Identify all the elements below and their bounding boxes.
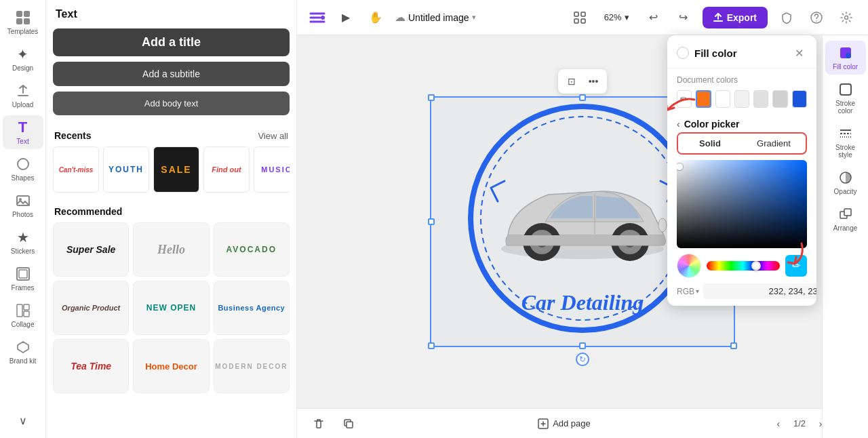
hue-thumb[interactable] xyxy=(751,261,761,271)
color-picker-label: Color picker xyxy=(684,119,740,130)
view-all-button[interactable]: View all xyxy=(258,131,288,141)
add-page-button[interactable]: Add page xyxy=(532,416,596,432)
svg-point-19 xyxy=(845,16,848,19)
shapes-label: Shapes xyxy=(12,174,35,182)
color-swatch-2[interactable] xyxy=(734,90,749,108)
rgb-chevron-icon: ▾ xyxy=(696,287,699,295)
recent-item-4[interactable]: MUSIC xyxy=(254,146,290,193)
add-title-button[interactable]: Add a title xyxy=(53,28,290,56)
color-swatch-0[interactable] xyxy=(696,90,711,108)
fill-color-title: Fill color xyxy=(694,47,737,59)
sidebar-item-photos[interactable]: Photos xyxy=(3,188,43,222)
svg-rect-2 xyxy=(16,18,22,24)
sidebar-item-shapes[interactable]: Shapes xyxy=(3,152,43,186)
export-label: Export xyxy=(727,12,757,23)
design-label: Design xyxy=(12,64,33,72)
hue-slider[interactable] xyxy=(707,261,780,271)
frames-label: Frames xyxy=(12,284,35,292)
svg-rect-9 xyxy=(17,304,22,317)
right-item-stroke-style[interactable]: Stroke style xyxy=(825,121,866,163)
sidebar-item-text[interactable]: T Text xyxy=(3,115,43,149)
rec-item-2[interactable]: AVOCADO xyxy=(214,222,290,277)
play-button[interactable]: ▶ xyxy=(335,7,357,28)
canvas-element-toolbar: ⊡ ••• xyxy=(558,69,607,94)
sidebar-item-frames[interactable]: Frames xyxy=(3,262,43,296)
solid-tab[interactable]: Solid xyxy=(678,134,742,153)
recent-item-0[interactable]: Can't-miss xyxy=(53,146,99,193)
text-panel-title: Text xyxy=(53,8,290,20)
color-swatch-5[interactable] xyxy=(792,90,807,108)
back-to-colors-button[interactable]: ‹ Color picker xyxy=(677,113,807,132)
right-item-arrange[interactable]: Arrange xyxy=(825,202,866,236)
right-item-stroke-color[interactable]: Stroke color xyxy=(825,77,866,119)
delete-button[interactable] xyxy=(308,416,330,432)
rgb-row: RGB ▾ xyxy=(677,283,807,299)
add-subtitle-button[interactable]: Add a subtitle xyxy=(53,62,290,86)
recent-item-2[interactable]: SALE xyxy=(153,146,199,193)
sidebar-item-brand[interactable]: Brand kit xyxy=(3,335,43,369)
fill-color-right-label: Fill color xyxy=(833,63,858,71)
eyedropper-color-button[interactable]: ✏ xyxy=(785,255,807,277)
rec-item-4[interactable]: NEW OPEN xyxy=(133,281,209,335)
recents-section-title: Recents xyxy=(54,130,91,141)
zoom-chevron-icon: ▾ xyxy=(625,12,629,22)
copy-button[interactable] xyxy=(338,416,359,432)
eyedropper-button[interactable]: ✏ xyxy=(677,90,692,108)
redo-button[interactable]: ↪ xyxy=(673,7,694,28)
canvas-table-icon[interactable]: ⊡ xyxy=(562,72,581,91)
prev-page-button[interactable]: ‹ xyxy=(769,414,788,433)
collage-label: Collage xyxy=(12,321,35,328)
shapes-icon xyxy=(15,156,31,172)
export-button[interactable]: Export xyxy=(703,7,768,28)
recent-item-3[interactable]: Find out xyxy=(203,146,250,193)
sidebar-item-stickers[interactable]: ★ Stickers xyxy=(3,225,43,259)
add-body-button[interactable]: Add body text xyxy=(53,92,290,115)
rec-item-6[interactable]: Tea Time xyxy=(53,339,129,393)
sidebar-item-templates[interactable]: Templates xyxy=(3,5,43,39)
rotate-handle[interactable]: ↻ xyxy=(576,353,589,366)
color-swatch-1[interactable] xyxy=(715,90,730,108)
recommended-section-title: Recommended xyxy=(54,206,122,217)
rec-item-1[interactable]: Hello xyxy=(133,222,209,277)
svg-rect-13 xyxy=(574,12,578,16)
sidebar-item-upload[interactable]: Upload xyxy=(3,79,43,113)
sidebar-collapse-btn[interactable]: ∨ xyxy=(3,408,43,433)
upload-label: Upload xyxy=(12,101,34,108)
settings-icon[interactable] xyxy=(835,7,857,28)
rec-item-7[interactable]: Home Decor xyxy=(133,339,209,393)
right-item-fill-color[interactable]: Fill color xyxy=(825,41,866,75)
hue-circle xyxy=(677,254,701,278)
bottom-bar: Add page ‹ 1/2 › ⊡ xyxy=(297,408,868,438)
undo-button[interactable]: ↩ xyxy=(643,7,665,28)
help-icon[interactable] xyxy=(806,7,827,28)
document-title-area[interactable]: ☁ Untitled image ▾ xyxy=(395,11,476,24)
sidebar-item-collage[interactable]: Collage xyxy=(3,298,43,332)
rec-item-5[interactable]: Business Agency xyxy=(214,281,290,335)
zoom-control[interactable]: 62% ▾ xyxy=(599,9,635,25)
rgb-label[interactable]: RGB ▾ xyxy=(677,287,699,296)
fill-color-close-button[interactable]: ✕ xyxy=(791,45,807,61)
grid-view-button[interactable] xyxy=(569,7,591,28)
hand-tool-button[interactable]: ✋ xyxy=(365,7,387,28)
svg-rect-36 xyxy=(840,84,851,95)
recent-item-1[interactable]: YOUTH xyxy=(103,146,149,193)
rgb-text: RGB xyxy=(677,287,694,296)
shield-icon[interactable] xyxy=(776,7,797,28)
rec-item-8[interactable]: MODERN DECOR xyxy=(214,339,290,393)
canvas-more-icon[interactable]: ••• xyxy=(584,72,603,91)
svg-point-12 xyxy=(321,16,325,20)
rec-item-0[interactable]: Super Sale xyxy=(53,222,129,277)
rec-item-3[interactable]: Organic Product xyxy=(53,281,129,335)
right-item-opacity[interactable]: Opacity xyxy=(825,165,866,199)
color-gradient-box[interactable] xyxy=(677,160,807,248)
gradient-tab[interactable]: Gradient xyxy=(742,134,806,153)
arrange-label: Arrange xyxy=(833,224,858,232)
svg-rect-8 xyxy=(19,270,27,278)
page-info: 1/2 xyxy=(793,418,806,429)
zoom-value: 62% xyxy=(604,12,622,22)
gradient-background xyxy=(677,160,807,248)
sidebar-item-design[interactable]: ✦ Design xyxy=(3,42,43,76)
rgb-value-input[interactable] xyxy=(703,283,816,299)
color-swatch-3[interactable] xyxy=(753,90,768,108)
color-swatch-4[interactable] xyxy=(772,90,787,108)
